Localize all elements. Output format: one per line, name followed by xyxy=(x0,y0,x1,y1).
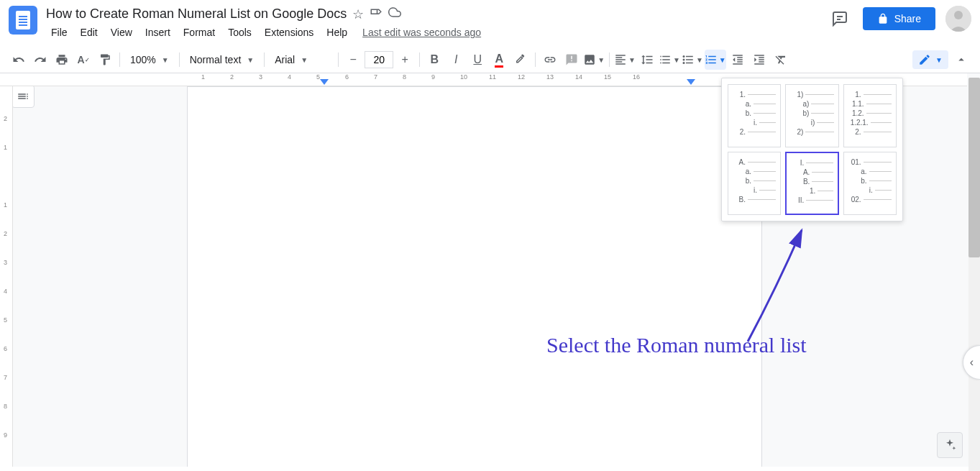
menu-insert[interactable]: Insert xyxy=(140,24,175,41)
docs-logo-icon[interactable] xyxy=(9,6,37,35)
text-color-button[interactable]: A xyxy=(489,50,509,70)
highlight-button[interactable] xyxy=(510,50,531,70)
scrollbar-thumb[interactable] xyxy=(968,78,980,257)
document-page[interactable] xyxy=(187,86,762,467)
paint-format-button[interactable] xyxy=(95,50,115,70)
list-option-decimal-paren[interactable]: 1) a) b) i) 2) xyxy=(785,84,838,147)
list-option-zero-prefixed[interactable]: 01. a. b. i. 02. xyxy=(843,152,897,215)
document-title[interactable]: How to Create Roman Numeral List on Goog… xyxy=(46,6,347,22)
undo-button[interactable] xyxy=(9,50,29,70)
last-edit-link[interactable]: Last edit was seconds ago xyxy=(362,27,481,38)
comment-button[interactable] xyxy=(562,50,582,70)
annotation-text: Select the Roman numeral list xyxy=(546,333,807,357)
separator xyxy=(609,52,610,67)
numbered-list-button[interactable]: ▼ xyxy=(705,50,726,70)
hide-menus-button[interactable] xyxy=(951,50,971,70)
separator xyxy=(419,52,420,67)
list-option-decimal[interactable]: 1. a. b. i. 2. xyxy=(728,84,781,147)
vertical-scrollbar[interactable] xyxy=(968,78,980,467)
link-button[interactable] xyxy=(540,50,560,70)
list-option-upper-alpha[interactable]: A. a. b. i. B. xyxy=(728,152,781,215)
line-spacing-button[interactable] xyxy=(637,50,657,70)
increase-indent-button[interactable] xyxy=(749,50,769,70)
menu-bar: File Edit View Insert Format Tools Exten… xyxy=(46,24,827,41)
svg-point-2 xyxy=(682,55,684,58)
document-container xyxy=(187,86,762,467)
share-button[interactable]: Share xyxy=(863,7,935,30)
toolbar-right: ▼ xyxy=(912,50,971,70)
svg-point-3 xyxy=(682,59,684,61)
list-option-roman[interactable]: I. A. B. 1. II. xyxy=(785,152,838,215)
comments-icon[interactable] xyxy=(827,6,853,32)
menu-view[interactable]: View xyxy=(106,24,137,41)
list-option-hierarchical[interactable]: 1. 1.1. 1.2. 1.2.1. 2. xyxy=(843,84,897,147)
checklist-button[interactable]: ▼ xyxy=(659,50,680,70)
numbered-list-popup: 1. a. b. i. 2. 1) a) b) i) 2) 1. 1.1. 1.… xyxy=(721,78,903,221)
menu-format[interactable]: Format xyxy=(178,24,220,41)
menu-edit[interactable]: Edit xyxy=(75,24,103,41)
header-right: Share xyxy=(827,6,971,32)
font-select[interactable]: Arial▼ xyxy=(269,50,334,70)
outline-button[interactable] xyxy=(12,85,35,108)
separator xyxy=(264,52,265,67)
title-row: How to Create Roman Numeral List on Goog… xyxy=(46,6,827,22)
bold-button[interactable]: B xyxy=(424,50,444,70)
separator xyxy=(338,52,339,67)
print-button[interactable] xyxy=(52,50,72,70)
menu-tools[interactable]: Tools xyxy=(223,24,257,41)
separator xyxy=(179,52,180,67)
redo-button[interactable] xyxy=(30,50,50,70)
move-icon[interactable] xyxy=(370,6,383,22)
star-icon[interactable]: ☆ xyxy=(352,6,364,22)
separator xyxy=(119,52,120,67)
zoom-select[interactable]: 100%▼ xyxy=(124,50,175,70)
cloud-icon[interactable] xyxy=(388,6,401,22)
bullet-list-button[interactable]: ▼ xyxy=(682,50,703,70)
title-area: How to Create Roman Numeral List on Goog… xyxy=(46,6,827,41)
font-size-increase[interactable]: + xyxy=(395,50,415,70)
annotation-arrow xyxy=(733,223,820,345)
clear-formatting-button[interactable] xyxy=(771,50,791,70)
decrease-indent-button[interactable] xyxy=(728,50,748,70)
menu-extensions[interactable]: Extensions xyxy=(260,24,319,41)
font-size-input[interactable] xyxy=(365,51,393,68)
explore-button[interactable] xyxy=(937,432,963,458)
menu-help[interactable]: Help xyxy=(321,24,352,41)
toolbar: A✓ 100%▼ Normal text▼ Arial▼ − + B I U A… xyxy=(0,47,980,73)
svg-point-1 xyxy=(954,11,963,19)
editing-mode-button[interactable]: ▼ xyxy=(912,50,948,69)
underline-button[interactable]: U xyxy=(467,50,487,70)
font-size-decrease[interactable]: − xyxy=(343,50,363,70)
align-button[interactable]: ▼ xyxy=(614,50,636,70)
spellcheck-button[interactable]: A✓ xyxy=(73,50,93,70)
style-select[interactable]: Normal text▼ xyxy=(184,50,260,70)
image-button[interactable]: ▼ xyxy=(583,50,605,70)
svg-point-4 xyxy=(682,62,684,64)
separator xyxy=(535,52,536,67)
vertical-ruler[interactable]: 21123456789 xyxy=(0,86,13,467)
italic-button[interactable]: I xyxy=(446,50,466,70)
menu-file[interactable]: File xyxy=(46,24,73,41)
header: How to Create Roman Numeral List on Goog… xyxy=(0,0,980,41)
share-label: Share xyxy=(894,13,921,24)
user-avatar[interactable] xyxy=(945,6,971,32)
